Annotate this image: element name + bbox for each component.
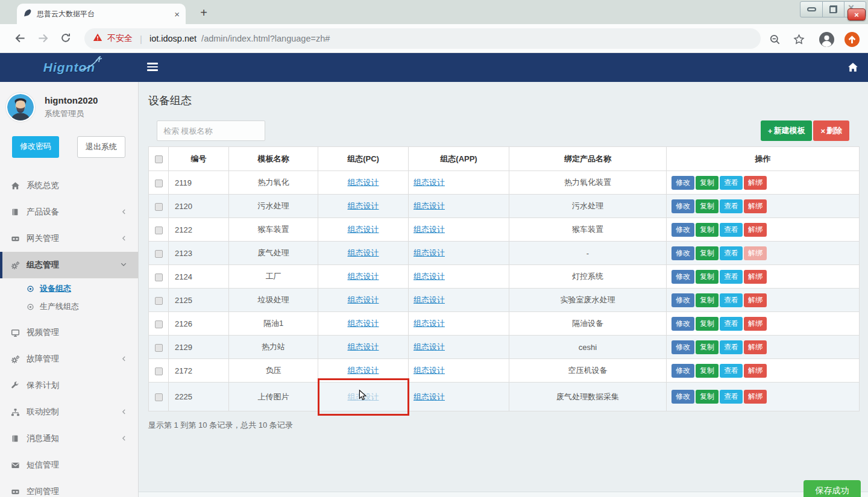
sidebar-item[interactable]: 故障管理 <box>0 346 138 372</box>
row-checkbox[interactable] <box>155 180 163 187</box>
row-checkbox[interactable] <box>155 367 163 375</box>
sidebar-item[interactable]: 短信管理 <box>0 452 138 478</box>
pc-design-link[interactable]: 组态设计 <box>348 201 379 210</box>
pc-design-link[interactable]: 组态设计 <box>348 319 379 328</box>
minimize-button[interactable] <box>800 2 822 17</box>
sidebar-item[interactable]: 联动控制 <box>0 399 138 425</box>
sidebar-item[interactable]: 保养计划 <box>0 372 138 399</box>
new-template-button[interactable]: +新建模板 <box>761 120 813 141</box>
view-button[interactable]: 查看 <box>720 199 743 213</box>
pc-design-link[interactable]: 组态设计 <box>348 342 379 351</box>
app-design-link[interactable]: 组态设计 <box>414 366 445 375</box>
copy-button[interactable]: 复制 <box>696 317 719 331</box>
row-checkbox[interactable] <box>155 344 163 352</box>
bookmark-star-icon[interactable] <box>791 31 807 47</box>
unbind-button[interactable]: 解绑 <box>744 270 767 284</box>
row-checkbox[interactable] <box>155 297 163 305</box>
unbind-button[interactable]: 解绑 <box>744 390 767 404</box>
select-all-checkbox[interactable] <box>155 155 163 163</box>
app-design-link[interactable]: 组态设计 <box>414 225 445 234</box>
unbind-button[interactable]: 解绑 <box>744 317 767 331</box>
address-bar[interactable]: 不安全 | iot.idosp.net/admin/index.html?lan… <box>84 28 761 49</box>
copy-button[interactable]: 复制 <box>696 246 719 260</box>
browser-tab[interactable]: 思普云大数据平台 × <box>17 4 186 24</box>
app-design-link[interactable]: 组态设计 <box>414 178 445 187</box>
copy-button[interactable]: 复制 <box>696 223 719 237</box>
edit-button[interactable]: 修改 <box>671 390 694 404</box>
row-checkbox[interactable] <box>155 250 163 258</box>
sidebar-item[interactable]: 视频管理 <box>0 319 138 346</box>
unbind-button[interactable]: 解绑 <box>744 176 767 190</box>
view-button[interactable]: 查看 <box>720 223 743 237</box>
edit-button[interactable]: 修改 <box>671 293 694 307</box>
unbind-button[interactable]: 解绑 <box>744 293 767 307</box>
close-button[interactable]: × × <box>844 2 866 17</box>
edit-button[interactable]: 修改 <box>671 176 694 190</box>
app-design-link[interactable]: 组态设计 <box>414 272 445 281</box>
browser-update-icon[interactable] <box>844 31 860 47</box>
unbind-button[interactable]: 解绑 <box>744 199 767 213</box>
logout-button[interactable]: 退出系统 <box>77 136 125 158</box>
pc-design-link[interactable]: 组态设计 <box>348 225 379 234</box>
copy-button[interactable]: 复制 <box>696 270 719 284</box>
unbind-button[interactable]: 解绑 <box>744 223 767 237</box>
app-design-link[interactable]: 组态设计 <box>414 392 445 401</box>
new-tab-button[interactable]: + <box>197 6 211 20</box>
unbind-button[interactable]: 解绑 <box>744 246 767 260</box>
sidebar-item[interactable]: 消息通知 <box>0 425 138 452</box>
app-design-link[interactable]: 组态设计 <box>414 248 445 257</box>
row-checkbox[interactable] <box>155 274 163 281</box>
app-design-link[interactable]: 组态设计 <box>414 319 445 328</box>
sidebar-item[interactable]: 组态管理 <box>0 252 138 278</box>
edit-button[interactable]: 修改 <box>671 199 694 213</box>
forward-icon[interactable] <box>37 33 49 45</box>
app-design-link[interactable]: 组态设计 <box>414 295 445 304</box>
change-password-button[interactable]: 修改密码 <box>12 136 59 158</box>
pc-design-link[interactable]: 组态设计 <box>348 295 379 304</box>
view-button[interactable]: 查看 <box>720 364 743 378</box>
row-checkbox[interactable] <box>155 393 163 401</box>
home-icon[interactable] <box>848 62 858 75</box>
sidebar-item[interactable]: 网关管理 <box>0 225 138 252</box>
pc-design-link[interactable]: 组态设计 <box>348 272 379 281</box>
sidebar-item[interactable]: 产品设备 <box>0 199 138 225</box>
row-checkbox[interactable] <box>155 203 163 211</box>
pc-design-link[interactable]: 组态设计 <box>348 178 379 187</box>
overlay-close-button[interactable]: × <box>848 8 866 20</box>
menu-toggle-button[interactable] <box>147 63 158 73</box>
zoom-out-icon[interactable] <box>767 31 782 47</box>
row-checkbox[interactable] <box>155 320 163 328</box>
edit-button[interactable]: 修改 <box>671 246 694 260</box>
copy-button[interactable]: 复制 <box>696 390 719 404</box>
back-icon[interactable] <box>14 33 27 45</box>
delete-button[interactable]: ×删除 <box>813 120 849 141</box>
copy-button[interactable]: 复制 <box>696 199 719 213</box>
copy-button[interactable]: 复制 <box>696 364 719 378</box>
edit-button[interactable]: 修改 <box>671 340 694 354</box>
row-checkbox[interactable] <box>155 227 163 234</box>
unbind-button[interactable]: 解绑 <box>744 364 767 378</box>
view-button[interactable]: 查看 <box>720 246 743 260</box>
copy-button[interactable]: 复制 <box>696 176 719 190</box>
edit-button[interactable]: 修改 <box>671 270 694 284</box>
view-button[interactable]: 查看 <box>720 176 743 190</box>
pc-design-link[interactable]: 组态设计 <box>348 366 379 375</box>
reload-icon[interactable] <box>60 33 72 45</box>
app-design-link[interactable]: 组态设计 <box>414 201 445 210</box>
view-button[interactable]: 查看 <box>720 293 743 307</box>
restore-button[interactable] <box>822 2 844 17</box>
tab-close-icon[interactable]: × <box>174 10 180 19</box>
view-button[interactable]: 查看 <box>720 390 743 404</box>
unbind-button[interactable]: 解绑 <box>744 340 767 354</box>
edit-button[interactable]: 修改 <box>671 364 694 378</box>
edit-button[interactable]: 修改 <box>671 317 694 331</box>
sidebar-item[interactable]: 空间管理 <box>0 478 138 497</box>
view-button[interactable]: 查看 <box>720 270 743 284</box>
pc-design-link[interactable]: 组态设计 <box>348 248 379 257</box>
view-button[interactable]: 查看 <box>720 317 743 331</box>
sidebar-subitem[interactable]: 生产线组态 <box>0 298 138 316</box>
app-design-link[interactable]: 组态设计 <box>414 342 445 351</box>
profile-avatar-icon[interactable] <box>819 31 834 47</box>
copy-button[interactable]: 复制 <box>696 340 719 354</box>
security-warning[interactable]: 不安全 <box>107 33 133 44</box>
